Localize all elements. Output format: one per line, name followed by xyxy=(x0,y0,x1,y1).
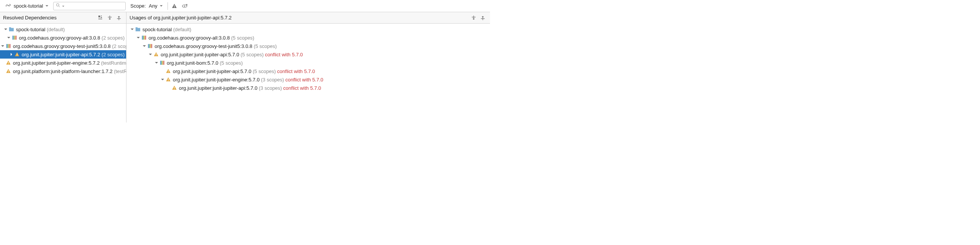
chevron-down-icon[interactable] xyxy=(0,43,5,49)
dependencies-tree[interactable]: spock-tutorial (default)org.codehaus.gro… xyxy=(0,24,126,123)
left-panel-header: Resolved Dependencies xyxy=(0,12,126,24)
right-panel-title: Usages of org.junit.jupiter:junit-jupite… xyxy=(129,15,232,21)
tree-row[interactable]: org.junit.platform:junit-platform-launch… xyxy=(0,67,126,75)
tree-row[interactable]: org.codehaus.groovy:groovy-test-junit5:3… xyxy=(126,42,490,50)
tree-row[interactable]: spock-tutorial (default) xyxy=(0,25,126,34)
warning-icon xyxy=(5,60,11,66)
usages-tree[interactable]: spock-tutorial (default)org.codehaus.gro… xyxy=(126,24,490,123)
svg-rect-8 xyxy=(99,16,100,17)
chevron-down-icon[interactable] xyxy=(142,43,147,49)
tree-node-label: org.junit.jupiter:junit-jupiter-api:5.7.… xyxy=(161,52,303,58)
svg-rect-47 xyxy=(156,54,156,55)
svg-rect-21 xyxy=(14,36,15,40)
svg-rect-54 xyxy=(168,72,168,72)
chevron-placeholder xyxy=(166,85,171,91)
tree-node-label: org.junit.jupiter:junit-jupiter-engine:5… xyxy=(173,77,323,83)
tree-node-label: org.codehaus.groovy:groovy-test-junit5:3… xyxy=(154,43,277,49)
search-input-container[interactable] xyxy=(53,2,126,10)
project-selector[interactable]: spock-tutorial xyxy=(3,2,51,10)
tree-row[interactable]: org.junit:junit-bom:5.7.0 (5 scopes) xyxy=(126,59,490,67)
svg-rect-46 xyxy=(151,44,152,48)
svg-rect-55 xyxy=(168,79,168,80)
svg-rect-45 xyxy=(150,44,151,48)
search-input[interactable] xyxy=(66,3,123,9)
expand-all-button[interactable] xyxy=(106,14,114,22)
scope-selector[interactable]: Scope: Any xyxy=(128,3,165,9)
right-panel-header: Usages of org.junit.jupiter:junit-jupite… xyxy=(126,12,490,24)
svg-rect-30 xyxy=(8,64,8,64)
module-icon xyxy=(8,26,14,32)
chevron-down-icon[interactable] xyxy=(6,35,11,40)
svg-rect-43 xyxy=(148,44,149,48)
tree-row[interactable]: org.codehaus.groovy:groovy-all:3.0.8 (5 … xyxy=(126,34,490,42)
svg-rect-44 xyxy=(149,44,150,48)
library-icon xyxy=(159,60,165,66)
chevron-placeholder xyxy=(0,60,5,66)
chevron-down-icon[interactable] xyxy=(3,27,8,32)
chevron-placeholder xyxy=(0,69,5,74)
chevron-down-icon[interactable] xyxy=(135,35,141,40)
show-usages-button[interactable] xyxy=(181,2,189,10)
svg-rect-31 xyxy=(8,70,8,72)
svg-rect-29 xyxy=(8,62,8,64)
search-icon xyxy=(56,3,60,9)
svg-rect-25 xyxy=(9,44,10,48)
svg-rect-12 xyxy=(99,19,102,19)
tree-row[interactable]: org.codehaus.groovy:groovy-test-junit5:3… xyxy=(0,42,126,50)
warning-icon xyxy=(153,51,159,58)
svg-point-5 xyxy=(184,5,185,6)
module-icon xyxy=(135,26,141,32)
svg-rect-26 xyxy=(10,44,10,48)
scope-label: Scope: xyxy=(130,3,145,9)
collapse-all-button[interactable] xyxy=(479,14,487,22)
svg-rect-24 xyxy=(8,44,8,48)
tree-row[interactable]: org.junit.jupiter:junit-jupiter-api:5.7.… xyxy=(126,50,490,59)
left-panel-actions xyxy=(97,14,123,22)
tree-row[interactable]: org.junit.jupiter:junit-jupiter-engine:5… xyxy=(126,75,490,84)
chevron-right-icon[interactable] xyxy=(9,52,14,57)
tree-row[interactable]: org.junit.jupiter:junit-jupiter-api:5.7.… xyxy=(126,84,490,92)
svg-rect-57 xyxy=(174,87,174,89)
gradle-icon xyxy=(5,3,11,9)
svg-rect-27 xyxy=(17,54,17,55)
library-icon xyxy=(5,43,11,49)
tree-node-label: spock-tutorial (default) xyxy=(16,27,65,32)
tree-row[interactable]: org.junit.jupiter:junit-jupiter-api:5.7.… xyxy=(0,50,126,59)
collapse-all-button[interactable] xyxy=(115,14,123,22)
svg-rect-49 xyxy=(160,61,161,65)
tree-row[interactable]: spock-tutorial (default) xyxy=(126,25,490,34)
svg-rect-48 xyxy=(156,55,156,56)
toolbar-divider xyxy=(167,2,168,10)
svg-rect-40 xyxy=(143,36,144,40)
warning-icon xyxy=(165,77,171,83)
tree-row[interactable]: org.junit.jupiter:junit-jupiter-engine:5… xyxy=(0,59,126,67)
tree-row[interactable]: org.junit.jupiter:junit-jupiter-api:5.7.… xyxy=(126,67,490,75)
chevron-down-icon[interactable] xyxy=(148,52,153,57)
chevron-down-icon[interactable] xyxy=(160,77,165,82)
tree-node-label: org.junit.jupiter:junit-jupiter-api:5.7.… xyxy=(173,69,315,74)
tree-node-label: org.codehaus.groovy:groovy-all:3.0.8 (2 … xyxy=(19,35,124,41)
chevron-down-icon xyxy=(45,3,49,9)
svg-point-0 xyxy=(57,4,59,6)
main-split: Resolved Dependencies spock-tutorial (de… xyxy=(0,12,490,123)
tree-node-label: org.junit.platform:junit-platform-launch… xyxy=(13,69,126,74)
left-panel-title: Resolved Dependencies xyxy=(3,15,57,21)
svg-rect-51 xyxy=(162,61,163,65)
chevron-down-icon[interactable] xyxy=(129,27,135,32)
svg-rect-20 xyxy=(13,36,14,40)
svg-rect-38 xyxy=(135,27,137,29)
show-as-tree-button[interactable] xyxy=(97,14,105,22)
toolbar: spock-tutorial Scope: Any xyxy=(0,0,490,12)
svg-rect-2 xyxy=(174,5,175,7)
svg-rect-37 xyxy=(135,28,140,32)
tree-node-label: org.junit.jupiter:junit-jupiter-engine:5… xyxy=(13,60,126,66)
project-name: spock-tutorial xyxy=(14,3,43,9)
svg-rect-19 xyxy=(13,36,13,40)
svg-line-1 xyxy=(59,6,60,7)
tree-row[interactable]: org.codehaus.groovy:groovy-all:3.0.8 (2 … xyxy=(0,34,126,42)
chevron-down-icon[interactable] xyxy=(154,60,159,66)
show-warnings-button[interactable] xyxy=(170,2,178,10)
svg-rect-10 xyxy=(101,17,102,18)
svg-rect-28 xyxy=(17,55,17,56)
expand-all-button[interactable] xyxy=(469,14,478,22)
